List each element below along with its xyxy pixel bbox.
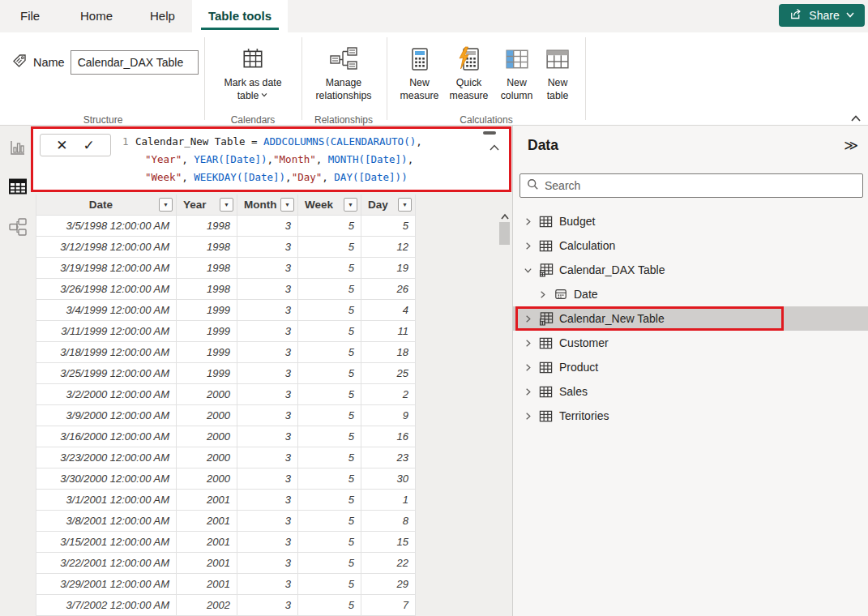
table-row[interactable]: 3/12/1998 12:00:00 AM19983512 bbox=[36, 237, 416, 258]
formula-code[interactable]: Calendar_New Table = ADDCOLUMNS(CALENDAR… bbox=[135, 133, 422, 186]
table-cell: 3/23/2000 12:00:00 AM bbox=[36, 447, 177, 468]
tree-item-calendar-dax-table[interactable]: Calendar_DAX Table bbox=[513, 258, 868, 282]
calculated-table-icon bbox=[538, 311, 554, 326]
relationships-icon bbox=[327, 42, 360, 76]
tab-help[interactable]: Help bbox=[140, 0, 185, 32]
tree-item-label: Territories bbox=[559, 409, 609, 422]
quick-measure-icon bbox=[458, 42, 481, 76]
table-cell: 5 bbox=[298, 384, 361, 405]
column-header-day[interactable]: Day▼ bbox=[361, 195, 416, 216]
table-cell: 18 bbox=[361, 342, 416, 363]
table-cell: 1998 bbox=[177, 279, 237, 300]
table-row[interactable]: 3/2/2000 12:00:00 AM2000352 bbox=[36, 384, 416, 405]
cancel-formula-button[interactable]: ✕ bbox=[56, 139, 67, 152]
table-row[interactable]: 3/11/1999 12:00:00 AM19993511 bbox=[36, 321, 416, 342]
table-row[interactable]: 3/9/2000 12:00:00 AM2000359 bbox=[36, 405, 416, 426]
chevron-right-icon[interactable] bbox=[523, 217, 532, 226]
tab-table-tools[interactable]: Table tools bbox=[192, 0, 288, 32]
chevron-right-icon[interactable] bbox=[537, 290, 547, 299]
table-row[interactable]: 3/30/2000 12:00:00 AM20003530 bbox=[36, 468, 416, 490]
model-view-icon[interactable] bbox=[8, 217, 28, 237]
chevron-right-icon[interactable] bbox=[523, 242, 532, 250]
collapse-pane-icon[interactable]: ≫ bbox=[844, 137, 858, 154]
tree-item-product[interactable]: Product bbox=[513, 355, 868, 379]
ribbon: Name Structure Mark as date table Calend… bbox=[0, 32, 868, 126]
table-row[interactable]: 3/19/1998 12:00:00 AM19983519 bbox=[36, 258, 416, 279]
column-header-date[interactable]: Date▼ bbox=[36, 195, 177, 216]
filter-dropdown-button[interactable]: ▼ bbox=[398, 198, 412, 212]
table-row[interactable]: 3/5/1998 12:00:00 AM1998355 bbox=[36, 216, 416, 237]
table-cell: 3 bbox=[237, 258, 298, 279]
filter-dropdown-button[interactable]: ▼ bbox=[280, 198, 294, 212]
tree-item-date[interactable]: Date bbox=[513, 282, 868, 306]
chevron-down-icon[interactable] bbox=[523, 266, 532, 275]
collapse-ribbon-button[interactable] bbox=[850, 112, 862, 126]
view-sidebar bbox=[0, 126, 36, 616]
mark-as-date-table-button[interactable]: Mark as date table bbox=[211, 42, 295, 102]
share-button[interactable]: Share bbox=[779, 4, 865, 27]
table-row[interactable]: 3/15/2001 12:00:00 AM20013515 bbox=[36, 532, 416, 553]
tab-file[interactable]: File bbox=[11, 0, 49, 32]
tree-item-sales[interactable]: Sales bbox=[513, 379, 868, 404]
tree-item-label: Calendar_New Table bbox=[559, 312, 665, 325]
table-cell: 3/26/1998 12:00:00 AM bbox=[36, 279, 177, 300]
table-row[interactable]: 3/18/1999 12:00:00 AM19993518 bbox=[36, 342, 416, 363]
column-header-year[interactable]: Year▼ bbox=[177, 195, 237, 216]
column-header-week[interactable]: Week▼ bbox=[298, 195, 361, 216]
table-row[interactable]: 3/8/2001 12:00:00 AM2001358 bbox=[36, 511, 416, 532]
tree-item-calendar-new-table[interactable]: Calendar_New Table bbox=[513, 306, 868, 331]
table-cell: 2000 bbox=[177, 405, 237, 426]
calculator-icon bbox=[409, 42, 430, 76]
table-row[interactable]: 3/23/2000 12:00:00 AM20003523 bbox=[36, 447, 416, 468]
date-column-icon bbox=[553, 288, 568, 301]
share-label: Share bbox=[809, 9, 839, 22]
new-column-button[interactable]: New column bbox=[494, 42, 540, 102]
chevron-right-icon[interactable] bbox=[523, 412, 532, 421]
table-cell: 3/11/1999 12:00:00 AM bbox=[36, 321, 177, 342]
report-view-icon[interactable] bbox=[8, 138, 28, 157]
table-cell: 3 bbox=[237, 405, 298, 426]
table-scrollbar[interactable] bbox=[498, 204, 511, 616]
table-cell: 9 bbox=[361, 405, 416, 426]
chevron-right-icon[interactable] bbox=[523, 339, 532, 348]
table-cell: 5 bbox=[298, 553, 361, 574]
new-table-button[interactable]: New table bbox=[537, 42, 578, 102]
table-row[interactable]: 3/4/1999 12:00:00 AM1999354 bbox=[36, 300, 416, 321]
manage-relationships-button[interactable]: Manage relationships bbox=[306, 42, 382, 102]
filter-dropdown-button[interactable]: ▼ bbox=[159, 198, 173, 212]
search-icon bbox=[527, 178, 539, 194]
chevron-right-icon[interactable] bbox=[523, 363, 532, 372]
data-view-icon[interactable] bbox=[8, 177, 28, 196]
table-cell: 2000 bbox=[177, 384, 237, 405]
commit-formula-button[interactable]: ✓ bbox=[83, 139, 95, 152]
table-row[interactable]: 3/7/2002 12:00:00 AM2002357 bbox=[36, 595, 416, 616]
search-input[interactable]: Search bbox=[520, 173, 863, 198]
table-row[interactable]: 3/1/2001 12:00:00 AM2001351 bbox=[36, 490, 416, 511]
table-cell: 1998 bbox=[177, 216, 237, 237]
filter-dropdown-button[interactable]: ▼ bbox=[220, 198, 233, 212]
chevron-right-icon[interactable] bbox=[523, 387, 532, 396]
tree-item-territories[interactable]: Territories bbox=[513, 404, 868, 428]
new-measure-button[interactable]: New measure bbox=[395, 42, 444, 102]
table-cell: 3 bbox=[237, 363, 298, 384]
tree-item-calculation[interactable]: Calculation bbox=[513, 233, 868, 258]
table-cell: 2000 bbox=[177, 447, 237, 468]
column-label: Day bbox=[368, 199, 388, 211]
tree-item-customer[interactable]: Customer bbox=[513, 331, 868, 355]
chevron-right-icon[interactable] bbox=[523, 314, 532, 323]
scrollbar-thumb[interactable] bbox=[499, 222, 510, 245]
column-header-month[interactable]: Month▼ bbox=[237, 195, 298, 216]
table-name-input[interactable] bbox=[71, 50, 199, 75]
tree-item-budget[interactable]: Budget bbox=[513, 209, 868, 233]
collapse-formula-bar-button[interactable] bbox=[488, 142, 501, 156]
chevron-down-icon bbox=[845, 9, 855, 22]
formula-scrollbar-thumb[interactable] bbox=[483, 131, 496, 135]
quick-measure-button[interactable]: Quick measure bbox=[444, 42, 494, 102]
table-row[interactable]: 3/29/2001 12:00:00 AM20013529 bbox=[36, 574, 416, 595]
filter-dropdown-button[interactable]: ▼ bbox=[344, 198, 357, 212]
table-row[interactable]: 3/26/1998 12:00:00 AM19983526 bbox=[36, 279, 416, 300]
table-row[interactable]: 3/16/2000 12:00:00 AM20003516 bbox=[36, 426, 416, 447]
tab-home[interactable]: Home bbox=[71, 0, 122, 32]
table-row[interactable]: 3/22/2001 12:00:00 AM20013522 bbox=[36, 553, 416, 574]
table-row[interactable]: 3/25/1999 12:00:00 AM19993525 bbox=[36, 363, 416, 384]
